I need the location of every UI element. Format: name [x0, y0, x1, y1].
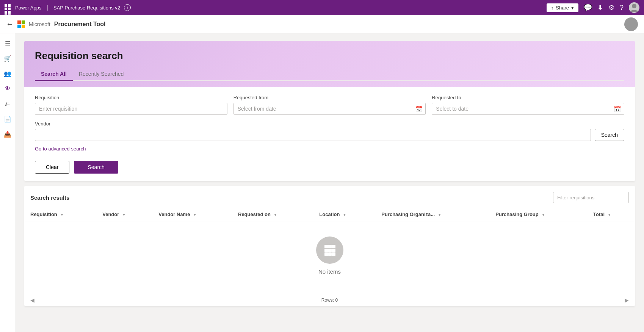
share-button[interactable]: ↑ Share ▾ — [547, 3, 578, 12]
help-icon-button[interactable]: ? — [620, 4, 624, 12]
advanced-search-link[interactable]: Go to advanced search — [35, 146, 86, 152]
svg-rect-4 — [324, 249, 328, 252]
sidebar-eye-button[interactable]: 👁 — [1, 82, 14, 96]
col-requested-on[interactable]: Requested on ▼ — [232, 208, 313, 221]
tab-search-all[interactable]: Search All — [35, 68, 73, 81]
user-avatar[interactable] — [629, 2, 639, 13]
sidebar-inbox-button[interactable]: 📥 — [1, 127, 14, 141]
scroll-left-button[interactable]: ◀ — [30, 297, 34, 303]
col-vendor[interactable]: Vendor ▼ — [96, 208, 152, 221]
table-header: Requisition ▼ Vendor ▼ Vendor Name ▼ — [24, 208, 635, 221]
vendor-row: Vendor 3000 Search — [35, 121, 624, 141]
requested-from-group: Requested from 📅 — [233, 95, 426, 115]
table-wrapper: Requisition ▼ Vendor ▼ Vendor Name ▼ — [24, 208, 635, 294]
col-purchasing-org-label: Purchasing Organiza... — [381, 211, 435, 217]
requested-from-label: Requested from — [233, 95, 426, 100]
clear-button[interactable]: Clear — [35, 161, 69, 174]
grid-icon — [323, 243, 337, 257]
col-requested-on-label: Requested on — [238, 211, 271, 217]
empty-state-text: No items — [318, 268, 341, 275]
sidebar-cart-button[interactable]: 🛒 — [1, 52, 14, 65]
col-requested-on-sort-icon: ▼ — [274, 213, 277, 217]
col-total-sort-icon: ▼ — [608, 213, 611, 217]
empty-state: No items — [24, 221, 635, 294]
second-bar-app-name: Procurement Tool — [54, 21, 106, 28]
share-icon: ↑ — [551, 5, 554, 11]
sidebar-menu-button[interactable]: ☰ — [1, 36, 14, 50]
app-name-label: SAP Purchase Requisitions v2 — [53, 5, 120, 11]
svg-rect-3 — [332, 245, 335, 248]
requisition-label: Requisition — [35, 95, 227, 100]
form-row-top: Requisition Requested from 📅 Requested t… — [35, 95, 624, 115]
share-label: Share — [556, 5, 569, 11]
col-purchasing-group-label: Purchasing Group — [495, 211, 538, 217]
col-requisition-sort-icon: ▼ — [60, 213, 64, 217]
second-bar: ← Microsoft Procurement Tool — [0, 15, 644, 33]
results-footer: ◀ Rows: 0 ▶ — [24, 294, 635, 306]
page-title: Requisition search — [35, 50, 624, 62]
requested-to-wrapper: 📅 — [432, 103, 624, 115]
col-vendor-label: Vendor — [102, 211, 119, 217]
svg-point-0 — [632, 4, 636, 8]
results-header: Search results — [24, 192, 635, 208]
tab-recently-searched[interactable]: Recently Searched — [73, 68, 130, 81]
col-total[interactable]: Total ▼ — [587, 208, 635, 221]
settings-icon-button[interactable]: ⚙ — [608, 3, 614, 12]
rows-count-label: Rows: 0 — [321, 298, 338, 303]
vendor-search-button[interactable]: Search — [595, 129, 624, 141]
back-button[interactable]: ← — [6, 20, 14, 28]
action-row: Clear Search — [35, 161, 624, 174]
results-card: Search results Requisition ▼ Vendor — [24, 186, 635, 306]
col-purchasing-org[interactable]: Purchasing Organiza... ▼ — [375, 208, 489, 221]
info-icon[interactable]: i — [124, 4, 131, 11]
svg-rect-6 — [332, 249, 335, 252]
col-total-label: Total — [593, 211, 605, 217]
requested-to-group: Requested to 📅 — [432, 95, 624, 115]
requested-from-wrapper: 📅 — [233, 103, 426, 115]
share-chevron-icon: ▾ — [571, 5, 574, 11]
vendor-label: Vendor — [35, 121, 591, 127]
company-label: Microsoft — [29, 21, 50, 27]
top-bar-right: ↑ Share ▾ 💬 ⬇ ⚙ ? — [547, 2, 639, 13]
requested-to-label: Requested to — [432, 95, 624, 100]
col-requisition[interactable]: Requisition ▼ — [24, 208, 96, 221]
sidebar-contacts-button[interactable]: 👥 — [1, 67, 14, 80]
svg-rect-5 — [328, 249, 332, 252]
sidebar-badge-button[interactable]: 🏷 — [1, 97, 14, 111]
top-bar: Power Apps | SAP Purchase Requisitions v… — [0, 0, 644, 15]
svg-rect-1 — [324, 245, 328, 248]
search-button[interactable]: Search — [74, 161, 118, 174]
separator: | — [47, 5, 48, 11]
main-layout: ☰ 🛒 👥 👁 🏷 📄 📥 Requisition search Search … — [0, 33, 644, 332]
requested-from-input[interactable] — [233, 103, 426, 115]
download-icon-button[interactable]: ⬇ — [597, 3, 603, 12]
col-purchasing-group[interactable]: Purchasing Group ▼ — [489, 208, 587, 221]
svg-rect-7 — [324, 252, 328, 256]
results-title: Search results — [30, 194, 69, 201]
empty-state-icon — [316, 236, 343, 264]
filter-input[interactable] — [553, 192, 629, 203]
microsoft-logo — [17, 20, 25, 28]
content-area: Requisition search Search All Recently S… — [15, 33, 644, 332]
app-title-label: Power Apps — [15, 5, 41, 11]
col-purchasing-org-sort-icon: ▼ — [438, 213, 442, 217]
col-vendor-name-sort-icon: ▼ — [193, 213, 197, 217]
search-card: Requisition Requested from 📅 Requested t… — [24, 87, 635, 181]
col-vendor-sort-icon: ▼ — [122, 213, 126, 217]
requisition-input[interactable] — [35, 103, 227, 115]
second-bar-avatar[interactable] — [624, 17, 638, 31]
page-header-background: Requisition search Search All Recently S… — [24, 41, 635, 87]
svg-rect-2 — [328, 245, 332, 248]
left-sidebar: ☰ 🛒 👥 👁 🏷 📄 📥 — [0, 33, 15, 332]
chat-icon-button[interactable]: 💬 — [584, 3, 592, 12]
col-vendor-name[interactable]: Vendor Name ▼ — [152, 208, 232, 221]
requested-to-input[interactable] — [432, 103, 624, 115]
results-table: Requisition ▼ Vendor ▼ Vendor Name ▼ — [24, 208, 635, 221]
col-requisition-label: Requisition — [30, 211, 57, 217]
col-location[interactable]: Location ▼ — [313, 208, 375, 221]
app-launcher-button[interactable] — [5, 4, 11, 11]
vendor-input[interactable]: 3000 — [35, 129, 591, 141]
tabs-container: Search All Recently Searched — [35, 68, 624, 81]
scroll-right-button[interactable]: ▶ — [625, 297, 629, 303]
sidebar-document-button[interactable]: 📄 — [1, 112, 14, 126]
